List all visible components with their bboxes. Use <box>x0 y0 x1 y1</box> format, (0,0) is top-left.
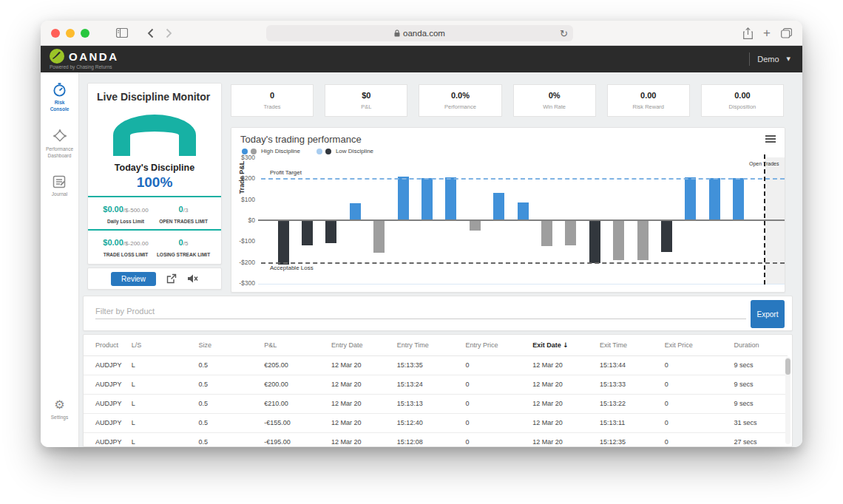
stat-card-trades: 0Trades <box>231 84 314 117</box>
tab-overview-icon[interactable] <box>781 28 792 38</box>
sidebar-item-journal[interactable]: Journal <box>52 175 67 197</box>
trade-bar[interactable] <box>637 220 649 260</box>
account-name: Demo <box>757 55 779 64</box>
trade-bar[interactable] <box>325 220 336 243</box>
compass-icon <box>53 129 67 143</box>
chart-menu-icon[interactable] <box>765 135 776 144</box>
zero-axis-line <box>258 219 785 221</box>
gauge-icon <box>53 83 67 97</box>
y-tick-label: $100 <box>233 196 255 203</box>
forward-icon[interactable] <box>166 28 172 38</box>
gear-icon: ⚙ <box>54 398 64 412</box>
sidebar-item-settings[interactable]: ⚙ Settings <box>51 398 69 420</box>
trade-bar[interactable] <box>278 220 289 265</box>
filter-product-input[interactable] <box>95 304 746 319</box>
url-text: oanda.com <box>403 29 445 38</box>
stat-card-p-l: $0P&L <box>325 84 407 117</box>
header-divider <box>749 52 750 66</box>
y-tick-label: -$200 <box>233 259 255 266</box>
open-trades-line <box>764 154 765 285</box>
trade-bar[interactable] <box>445 177 456 220</box>
column-header-exit-date[interactable]: Exit Date ↓ <box>532 335 600 355</box>
stat-card-risk-reward: 0.00Risk Reward <box>607 84 690 117</box>
oanda-logo: OANDA Powered by Chasing Returns <box>50 49 119 69</box>
app-header: OANDA Powered by Chasing Returns Demo ▼ <box>41 46 802 72</box>
open-external-icon[interactable] <box>166 273 177 284</box>
column-header-duration[interactable]: Duration <box>734 335 788 355</box>
sidebar-item-risk-console[interactable]: RiskConsole <box>50 83 70 112</box>
logo-tagline: Powered by Chasing Returns <box>50 64 119 69</box>
column-header-p-l[interactable]: P&L <box>264 335 331 355</box>
trade-bar[interactable] <box>613 220 624 260</box>
acceptable-loss-label: Acceptable Loss <box>270 265 314 271</box>
limit-metric: 0/3 OPEN TRADES LIMIT <box>155 202 212 224</box>
share-icon[interactable] <box>743 27 753 39</box>
column-header-entry-time[interactable]: Entry Time <box>397 335 466 355</box>
discipline-gauge <box>113 115 196 156</box>
trade-bar[interactable] <box>493 193 504 220</box>
oanda-logo-icon <box>50 49 64 64</box>
trades-table-panel: ProductL/SSizeP&LEntry DateEntry TimeEnt… <box>83 334 793 447</box>
back-icon[interactable] <box>147 28 154 38</box>
table-scrollbar-thumb[interactable] <box>785 358 790 375</box>
reload-icon[interactable]: ↻ <box>560 28 568 39</box>
stats-row: 0Trades$0P&L0.0%Performance0%Win Rate0.0… <box>231 84 784 117</box>
new-tab-icon[interactable]: + <box>763 27 771 39</box>
browser-toolbar: oanda.com ↻ + <box>41 21 802 46</box>
y-tick-label: $300 <box>233 154 255 161</box>
sort-desc-icon: ↓ <box>563 341 569 349</box>
export-button[interactable]: Export <box>751 300 785 328</box>
main-content: RiskConsole PerformanceDashboard Journal… <box>41 72 802 447</box>
mute-sound-icon[interactable] <box>187 273 198 284</box>
column-header-exit-time[interactable]: Exit Time <box>600 335 665 355</box>
table-row[interactable]: AUDJPYL0.5-€155.0012 Mar 2015:12:40012 M… <box>84 413 788 432</box>
trade-bar[interactable] <box>422 178 433 220</box>
app-sidebar: RiskConsole PerformanceDashboard Journal… <box>41 72 79 447</box>
discipline-percent: 100% <box>97 174 212 191</box>
table-row[interactable]: AUDJPYL0.5€200.0012 Mar 2015:13:24012 Ma… <box>84 375 788 394</box>
table-row[interactable]: AUDJPYL0.5-€195.0012 Mar 2015:12:08012 M… <box>84 432 788 447</box>
trade-bar[interactable] <box>373 220 385 253</box>
review-button[interactable]: Review <box>111 272 156 286</box>
trade-bar[interactable] <box>661 220 672 252</box>
address-bar[interactable]: oanda.com ↻ <box>266 25 573 41</box>
maximize-traffic-light[interactable] <box>81 29 89 38</box>
open-trades-label: Open Trades <box>749 161 779 166</box>
trade-bar[interactable] <box>350 203 361 220</box>
column-header-entry-price[interactable]: Entry Price <box>466 335 533 355</box>
legend-dot <box>316 149 322 154</box>
profit-target-label: Profit Target <box>270 169 302 176</box>
chart-title: Today's trading performance <box>240 134 362 145</box>
legend-item-low-discipline[interactable]: Low Discipline <box>316 148 373 154</box>
trade-bar[interactable] <box>518 202 529 220</box>
browser-window: oanda.com ↻ + OANDA Powered by Chasing R… <box>41 21 802 447</box>
account-menu[interactable]: Demo ▼ <box>749 52 790 66</box>
trade-bar[interactable] <box>541 220 552 246</box>
trade-bar[interactable] <box>565 220 576 245</box>
close-traffic-light[interactable] <box>51 29 60 38</box>
y-tick-label: $0 <box>233 217 255 224</box>
table-row[interactable]: AUDJPYL0.5€205.0012 Mar 2015:13:35012 Ma… <box>84 355 788 375</box>
trade-bar[interactable] <box>470 220 481 231</box>
trade-bar[interactable] <box>302 220 313 245</box>
column-header-product[interactable]: Product <box>84 335 132 355</box>
gauge-caption: Today's Discipline <box>97 163 212 173</box>
monitor-title: Live Discipline Monitor <box>97 91 212 103</box>
sidebar-toggle-icon[interactable] <box>116 28 128 38</box>
trade-bar[interactable] <box>733 178 744 220</box>
trade-bar[interactable] <box>589 220 600 263</box>
chevron-down-icon: ▼ <box>787 56 790 62</box>
column-header-l-s[interactable]: L/S <box>132 335 199 355</box>
column-header-exit-price[interactable]: Exit Price <box>665 335 734 355</box>
table-row[interactable]: AUDJPYL0.5€210.0012 Mar 2015:13:13012 Ma… <box>84 394 788 413</box>
trade-bar[interactable] <box>685 177 696 220</box>
trade-bar[interactable] <box>709 178 720 220</box>
column-header-size[interactable]: Size <box>198 335 264 355</box>
open-trades-zone <box>765 157 785 285</box>
trade-bar[interactable] <box>398 177 409 221</box>
y-tick-label: -$100 <box>233 237 255 245</box>
minimize-traffic-light[interactable] <box>66 29 75 38</box>
sidebar-item-performance-dashboard[interactable]: PerformanceDashboard <box>46 129 73 159</box>
column-header-entry-date[interactable]: Entry Date <box>331 335 397 355</box>
discipline-monitor-card: Live Discipline Monitor Today's Discipli… <box>87 83 222 265</box>
